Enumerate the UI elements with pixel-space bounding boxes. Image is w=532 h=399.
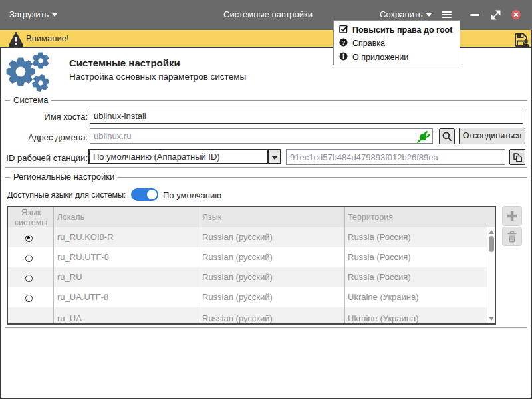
svg-text:?: ? xyxy=(342,39,346,45)
